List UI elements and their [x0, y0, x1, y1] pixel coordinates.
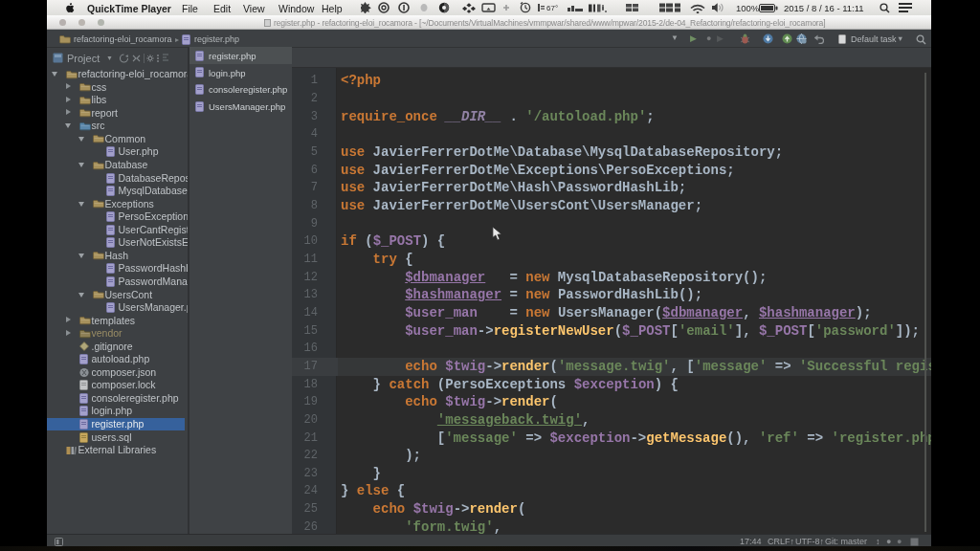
svg-text:67°: 67° — [546, 4, 558, 12]
